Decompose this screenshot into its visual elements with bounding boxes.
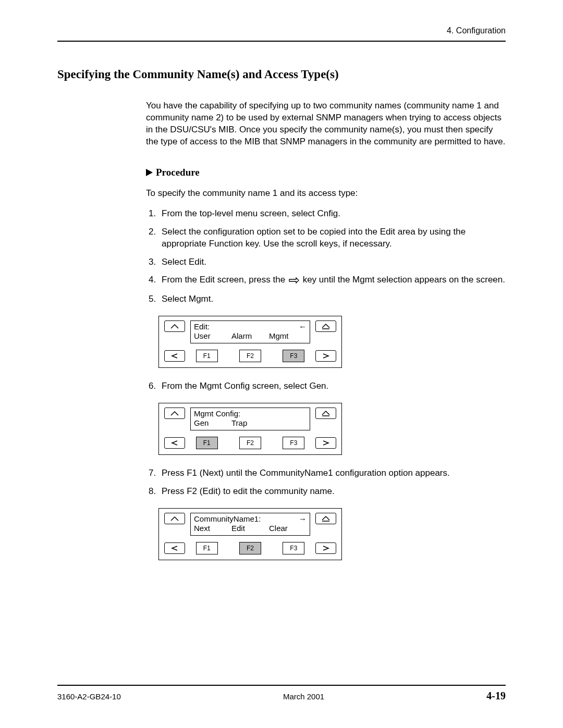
procedure-lead: To specify the community name 1 and its … xyxy=(146,188,506,200)
home-nav-button[interactable] xyxy=(315,513,336,524)
lcd-opt-3 xyxy=(269,418,307,428)
lcd-panel-edit: ← Edit: User Alarm Mgmt xyxy=(158,316,506,368)
lcd-title: Edit: xyxy=(194,322,307,331)
arrow-left-icon: ← xyxy=(299,322,307,331)
f2-button[interactable]: F2 xyxy=(239,542,261,554)
up-nav-button[interactable] xyxy=(164,320,185,332)
lcd-display: ← Edit: User Alarm Mgmt xyxy=(190,320,310,343)
step-6: From the Mgmt Config screen, select Gen. xyxy=(158,380,506,392)
section-title: Specifying the Community Name(s) and Acc… xyxy=(57,68,506,81)
intro-paragraph: You have the capability of specifying up… xyxy=(146,100,506,148)
chapter-label: 4. Configuration xyxy=(447,26,506,35)
f2-button[interactable]: F2 xyxy=(239,437,261,449)
step-8: Press F2 (Edit) to edit the community na… xyxy=(158,486,506,498)
lcd-display: → CommunityName1: Next Edit Clear xyxy=(190,513,310,536)
lcd-display: Mgmt Config: Gen Trap xyxy=(190,408,310,430)
lcd-panel-mgmt-config: Mgmt Config: Gen Trap xyxy=(158,403,506,455)
step-1: From the top-level menu screen, select C… xyxy=(158,208,506,220)
up-nav-button[interactable] xyxy=(164,408,185,419)
procedure-steps-cont1: From the Mgmt Config screen, select Gen. xyxy=(146,380,506,392)
step-3: Select Edit. xyxy=(158,256,506,268)
procedure-heading: Procedure xyxy=(146,167,506,178)
left-nav-button[interactable] xyxy=(164,542,185,554)
right-nav-button[interactable] xyxy=(315,542,336,554)
lcd-opt-1: Gen xyxy=(194,418,231,428)
step-4: From the Edit screen, press the key unti… xyxy=(158,274,506,287)
right-nav-button[interactable] xyxy=(315,350,336,362)
left-nav-button[interactable] xyxy=(164,350,185,362)
f3-button[interactable]: F3 xyxy=(283,350,304,362)
left-nav-button[interactable] xyxy=(164,437,185,449)
lcd-opt-2: Trap xyxy=(231,418,269,428)
doc-number: 3160-A2-GB24-10 xyxy=(57,692,121,701)
arrow-right-icon: → xyxy=(299,514,307,524)
f3-button[interactable]: F3 xyxy=(283,542,304,554)
procedure-steps: From the top-level menu screen, select C… xyxy=(146,208,506,306)
lcd-title: Mgmt Config: xyxy=(194,409,307,418)
home-nav-button[interactable] xyxy=(315,320,336,332)
triangle-right-icon xyxy=(146,169,153,176)
doc-date: March 2001 xyxy=(283,692,324,701)
lcd-title: CommunityName1: xyxy=(194,514,307,524)
lcd-opt-2: Edit xyxy=(231,524,269,533)
f3-button[interactable]: F3 xyxy=(283,437,304,449)
page-header: 4. Configuration xyxy=(57,26,506,35)
lcd-opt-3: Clear xyxy=(269,524,307,533)
step-2: Select the configuration option set to b… xyxy=(158,226,506,250)
page-number: 4-19 xyxy=(486,690,506,702)
step-7: Press F1 (Next) until the CommunityName1… xyxy=(158,467,506,479)
f2-button[interactable]: F2 xyxy=(239,350,261,362)
procedure-steps-cont2: Press F1 (Next) until the CommunityName1… xyxy=(146,467,506,498)
lcd-panel-community-name: → CommunityName1: Next Edit Clear xyxy=(158,508,506,560)
lcd-opt-3: Mgmt xyxy=(269,331,307,341)
header-rule xyxy=(57,41,506,42)
step-5: Select Mgmt. xyxy=(158,293,506,305)
procedure-label: Procedure xyxy=(156,167,200,178)
f1-button[interactable]: F1 xyxy=(196,437,218,449)
right-nav-button[interactable] xyxy=(315,437,336,449)
page-footer: 3160-A2-GB24-10 March 2001 4-19 xyxy=(57,685,506,702)
lcd-opt-2: Alarm xyxy=(231,331,269,341)
up-nav-button[interactable] xyxy=(164,513,185,524)
lcd-opt-1: Next xyxy=(194,524,231,533)
lcd-opt-1: User xyxy=(194,331,231,341)
home-nav-button[interactable] xyxy=(315,408,336,419)
f1-button[interactable]: F1 xyxy=(196,350,218,362)
scroll-right-key-icon xyxy=(289,275,299,287)
f1-button[interactable]: F1 xyxy=(196,542,218,554)
svg-marker-0 xyxy=(289,278,299,283)
